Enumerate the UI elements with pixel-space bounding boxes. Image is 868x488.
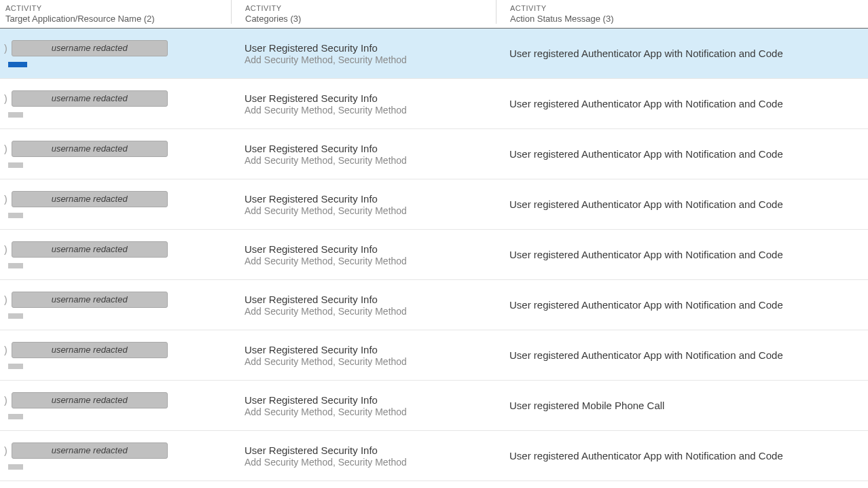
cell-categories: User Registered Security InfoAdd Securit… — [231, 42, 496, 65]
table-row[interactable]: )username redactedUser Registered Securi… — [0, 431, 868, 481]
category-title: User Registered Security Info — [245, 243, 496, 255]
count-bar — [8, 112, 23, 118]
category-sub: Add Security Method, Security Method — [245, 457, 496, 468]
cell-categories: User Registered Security InfoAdd Securit… — [231, 344, 496, 367]
status-message: User registered Mobile Phone Call — [509, 400, 664, 411]
status-message: User registered Authenticator App with N… — [509, 299, 783, 311]
cell-status: User registered Mobile Phone Call — [496, 400, 868, 411]
cell-categories: User Registered Security InfoAdd Securit… — [231, 445, 496, 468]
category-title: User Registered Security Info — [245, 193, 496, 205]
cell-target: )username redacted — [0, 141, 231, 168]
cell-target: )username redacted — [0, 442, 231, 470]
count-bar — [8, 313, 23, 319]
status-message: User registered Authenticator App with N… — [509, 450, 783, 461]
expand-icon[interactable]: ) — [4, 143, 7, 154]
cell-categories: User Registered Security InfoAdd Securit… — [231, 394, 496, 417]
column-label: ACTIVITY — [5, 4, 225, 12]
cell-categories: User Registered Security InfoAdd Securit… — [231, 143, 496, 166]
username-redacted: username redacted — [12, 442, 168, 459]
table-row[interactable]: )username redactedUser Registered Securi… — [0, 280, 868, 330]
table-row[interactable]: )username redactedUser Registered Securi… — [0, 179, 868, 230]
category-sub: Add Security Method, Security Method — [245, 155, 496, 166]
column-header-categories[interactable]: ACTIVITY Categories (3) — [231, 0, 496, 24]
expand-icon[interactable]: ) — [4, 244, 7, 255]
status-message: User registered Authenticator App with N… — [509, 198, 783, 210]
count-bar — [8, 464, 23, 470]
category-title: User Registered Security Info — [245, 394, 496, 406]
cell-status: User registered Authenticator App with N… — [496, 349, 868, 361]
category-title: User Registered Security Info — [245, 344, 496, 355]
table-row[interactable]: )username redactedUser Registered Securi… — [0, 129, 868, 179]
column-label: ACTIVITY — [510, 4, 863, 12]
cell-status: User registered Authenticator App with N… — [496, 48, 868, 59]
cell-target: )username redacted — [0, 292, 231, 319]
cell-status: User registered Authenticator App with N… — [496, 450, 868, 461]
category-sub: Add Security Method, Security Method — [245, 105, 496, 116]
cell-status: User registered Authenticator App with N… — [496, 198, 868, 210]
status-message: User registered Authenticator App with N… — [509, 349, 783, 361]
expand-icon[interactable]: ) — [4, 294, 7, 305]
column-label: ACTIVITY — [245, 4, 490, 12]
column-sublabel: Action Status Message (3) — [510, 14, 863, 24]
status-message: User registered Authenticator App with N… — [509, 249, 783, 260]
category-title: User Registered Security Info — [245, 445, 496, 456]
category-title: User Registered Security Info — [245, 294, 496, 305]
table-row[interactable]: )username redactedUser Registered Securi… — [0, 381, 868, 431]
category-title: User Registered Security Info — [245, 143, 496, 154]
category-sub: Add Security Method, Security Method — [245, 356, 496, 367]
count-bar — [8, 414, 23, 419]
count-bar — [8, 213, 23, 218]
cell-target: )username redacted — [0, 241, 231, 268]
username-redacted: username redacted — [12, 342, 168, 358]
cell-status: User registered Authenticator App with N… — [496, 98, 868, 109]
column-header-status[interactable]: ACTIVITY Action Status Message (3) — [496, 0, 868, 24]
table-body: )username redactedUser Registered Securi… — [0, 29, 868, 481]
category-sub: Add Security Method, Security Method — [245, 406, 496, 417]
table-row[interactable]: )username redactedUser Registered Securi… — [0, 330, 868, 381]
expand-icon[interactable]: ) — [4, 43, 7, 54]
table-row[interactable]: )username redactedUser Registered Securi… — [0, 230, 868, 280]
category-sub: Add Security Method, Security Method — [245, 306, 496, 317]
column-sublabel: Categories (3) — [245, 14, 490, 24]
cell-status: User registered Authenticator App with N… — [496, 249, 868, 260]
cell-categories: User Registered Security InfoAdd Securit… — [231, 92, 496, 116]
status-message: User registered Authenticator App with N… — [509, 148, 783, 160]
expand-icon[interactable]: ) — [4, 445, 7, 456]
username-redacted: username redacted — [12, 40, 168, 56]
username-redacted: username redacted — [12, 141, 168, 157]
username-redacted: username redacted — [12, 392, 168, 408]
table-row[interactable]: )username redactedUser Registered Securi… — [0, 29, 868, 79]
category-sub: Add Security Method, Security Method — [245, 205, 496, 216]
column-header-target[interactable]: ACTIVITY Target Application/Resource Nam… — [0, 0, 231, 24]
count-bar — [8, 263, 23, 268]
cell-target: )username redacted — [0, 40, 231, 67]
cell-status: User registered Authenticator App with N… — [496, 148, 868, 160]
status-message: User registered Authenticator App with N… — [509, 98, 783, 109]
category-sub: Add Security Method, Security Method — [245, 54, 496, 65]
cell-target: )username redacted — [0, 342, 231, 369]
column-sublabel: Target Application/Resource Name (2) — [5, 14, 225, 24]
count-bar — [8, 364, 23, 369]
expand-icon[interactable]: ) — [4, 194, 7, 205]
username-redacted: username redacted — [12, 191, 168, 207]
category-title: User Registered Security Info — [245, 42, 496, 54]
count-bar — [8, 162, 23, 168]
category-sub: Add Security Method, Security Method — [245, 256, 496, 266]
activity-table: ACTIVITY Target Application/Resource Nam… — [0, 0, 868, 481]
expand-icon[interactable]: ) — [4, 345, 7, 355]
status-message: User registered Authenticator App with N… — [509, 48, 783, 59]
table-header: ACTIVITY Target Application/Resource Nam… — [0, 0, 868, 29]
username-redacted: username redacted — [12, 241, 168, 258]
username-redacted: username redacted — [12, 292, 168, 308]
cell-categories: User Registered Security InfoAdd Securit… — [231, 193, 496, 216]
table-row[interactable]: )username redactedUser Registered Securi… — [0, 79, 868, 129]
cell-categories: User Registered Security InfoAdd Securit… — [231, 294, 496, 317]
username-redacted: username redacted — [12, 90, 168, 107]
cell-categories: User Registered Security InfoAdd Securit… — [231, 243, 496, 266]
expand-icon[interactable]: ) — [4, 93, 7, 104]
cell-target: )username redacted — [0, 392, 231, 419]
cell-status: User registered Authenticator App with N… — [496, 299, 868, 311]
category-title: User Registered Security Info — [245, 92, 496, 104]
expand-icon[interactable]: ) — [4, 395, 7, 406]
cell-target: )username redacted — [0, 191, 231, 218]
